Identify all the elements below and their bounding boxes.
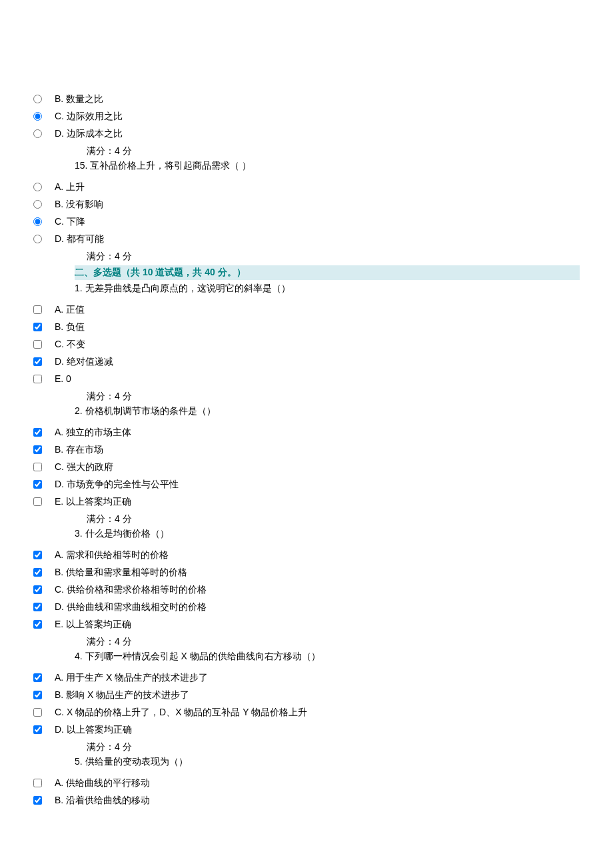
m3-option-a: A. 需求和供给相等时的价格 xyxy=(33,549,580,561)
section2-heading: 二、多选题（共 10 道试题，共 40 分。） xyxy=(75,265,580,280)
m3-option-e: E. 以上答案均正确 xyxy=(33,619,580,631)
m4-checkbox-d[interactable] xyxy=(33,725,42,734)
m1-option-e-label: E. 0 xyxy=(55,373,71,384)
m3-checkbox-b[interactable] xyxy=(33,568,42,577)
m1-checkbox-b[interactable] xyxy=(33,323,42,331)
m4-checkbox-b[interactable] xyxy=(33,691,42,699)
m3-checkbox-a[interactable] xyxy=(33,551,42,559)
m1-option-a: A. 正值 xyxy=(33,304,580,316)
m2-checkbox-b[interactable] xyxy=(33,445,42,454)
m4-option-a: A. 用于生产 X 物品生产的技术进步了 xyxy=(33,672,580,684)
m3-option-c-label: C. 供给价格和需求价格相等时的价格 xyxy=(55,584,207,595)
m2-checkbox-c[interactable] xyxy=(33,463,42,471)
q14-score: 满分：4 分 xyxy=(55,145,580,157)
m1-score: 满分：4 分 xyxy=(55,391,580,403)
m1-option-b-label: B. 负值 xyxy=(55,321,85,332)
m2-option-d: D. 市场竞争的完全性与公平性 xyxy=(33,479,580,491)
m4-option-d: D. 以上答案均正确 xyxy=(33,724,580,736)
q15-option-d: D. 都有可能 xyxy=(33,233,580,245)
m1-option-d: D. 绝对值递减 xyxy=(33,356,580,368)
m2-option-a: A. 独立的市场主体 xyxy=(33,427,580,439)
q14-score-row: 满分：4 分 15. 互补品价格上升，将引起商品需求（ ） xyxy=(33,145,580,176)
q14-option-b-label: B. 数量之比 xyxy=(55,93,103,104)
q14-radio-b[interactable] xyxy=(33,95,42,103)
m2-option-e: E. 以上答案均正确 xyxy=(33,496,580,508)
q14-option-b: B. 数量之比 xyxy=(33,93,580,105)
m2-option-c: C. 强大的政府 xyxy=(33,461,580,473)
q15-option-b-label: B. 没有影响 xyxy=(55,199,103,209)
m4-option-c: C. X 物品的价格上升了，D、X 物品的互补品 Y 物品价格上升 xyxy=(33,707,580,719)
m1-option-d-label: D. 绝对值递减 xyxy=(55,356,113,367)
m5-checkbox-a[interactable] xyxy=(33,779,42,787)
m3-checkbox-e[interactable] xyxy=(33,620,42,629)
m2-option-a-label: A. 独立的市场主体 xyxy=(55,427,131,437)
m3-option-b: B. 供给量和需求量相等时的价格 xyxy=(33,567,580,579)
m3-checkbox-c[interactable] xyxy=(33,585,42,594)
m3-option-b-label: B. 供给量和需求量相等时的价格 xyxy=(55,567,187,577)
m4-text: 4. 下列哪一种情况会引起 X 物品的供给曲线向右方移动（） xyxy=(55,651,580,663)
m4-checkbox-a[interactable] xyxy=(33,673,42,682)
m2-option-e-label: E. 以上答案均正确 xyxy=(55,496,131,507)
m1-text: 1. 无差异曲线是凸向原点的，这说明它的斜率是（） xyxy=(55,283,580,295)
m4-option-b-label: B. 影响 X 物品生产的技术进步了 xyxy=(55,689,189,700)
m4-checkbox-c[interactable] xyxy=(33,708,42,717)
q15-radio-a[interactable] xyxy=(33,183,42,191)
m4-option-a-label: A. 用于生产 X 物品生产的技术进步了 xyxy=(55,672,208,683)
m3-checkbox-d[interactable] xyxy=(33,603,42,611)
m3-option-c: C. 供给价格和需求价格相等时的价格 xyxy=(33,584,580,596)
m1-score-row: 满分：4 分 2. 价格机制调节市场的条件是（） xyxy=(33,391,580,421)
m1-option-a-label: A. 正值 xyxy=(55,304,85,315)
m4-option-d-label: D. 以上答案均正确 xyxy=(55,724,132,735)
q15-text: 15. 互补品价格上升，将引起商品需求（ ） xyxy=(55,160,580,172)
m3-option-d: D. 供给曲线和需求曲线相交时的价格 xyxy=(33,601,580,613)
q14-radio-c[interactable] xyxy=(33,112,42,121)
m2-option-b-label: B. 存在市场 xyxy=(55,444,103,455)
m5-option-b: B. 沿着供给曲线的移动 xyxy=(33,795,580,807)
m1-option-c-label: C. 不变 xyxy=(55,339,85,349)
m4-score: 满分：4 分 xyxy=(55,741,580,753)
m5-option-a: A. 供给曲线的平行移动 xyxy=(33,777,580,789)
q15-option-d-label: D. 都有可能 xyxy=(55,233,104,244)
q14-option-c-label: C. 边际效用之比 xyxy=(55,111,123,121)
q15-option-b: B. 没有影响 xyxy=(33,199,580,211)
m1-option-c: C. 不变 xyxy=(33,339,580,351)
m1-checkbox-a[interactable] xyxy=(33,305,42,314)
m5-option-a-label: A. 供给曲线的平行移动 xyxy=(55,777,150,788)
m5-checkbox-b[interactable] xyxy=(33,796,42,805)
q15-radio-b[interactable] xyxy=(33,200,42,209)
q14-option-d-label: D. 边际成本之比 xyxy=(55,128,123,139)
q15-option-a: A. 上升 xyxy=(33,181,580,193)
m2-checkbox-d[interactable] xyxy=(33,480,42,489)
q14-option-d: D. 边际成本之比 xyxy=(33,128,580,140)
m3-text: 3. 什么是均衡价格（） xyxy=(55,528,580,540)
q15-option-c-label: C. 下降 xyxy=(55,216,85,227)
m3-option-d-label: D. 供给曲线和需求曲线相交时的价格 xyxy=(55,601,207,612)
m4-score-row: 满分：4 分 5. 供给量的变动表现为（） xyxy=(33,741,580,772)
m1-checkbox-e[interactable] xyxy=(33,375,42,383)
m4-option-c-label: C. X 物品的价格上升了，D、X 物品的互补品 Y 物品价格上升 xyxy=(55,707,307,717)
m2-checkbox-e[interactable] xyxy=(33,497,42,506)
q15-option-a-label: A. 上升 xyxy=(55,181,85,192)
q15-score-row: 满分：4 分 二、多选题（共 10 道试题，共 40 分。） 1. 无差异曲线是… xyxy=(33,251,580,299)
m5-text: 5. 供给量的变动表现为（） xyxy=(55,756,580,768)
m2-option-d-label: D. 市场竞争的完全性与公平性 xyxy=(55,479,179,489)
m1-checkbox-c[interactable] xyxy=(33,340,42,349)
m2-text: 2. 价格机制调节市场的条件是（） xyxy=(55,405,580,417)
m3-option-e-label: E. 以上答案均正确 xyxy=(55,619,131,629)
m1-checkbox-d[interactable] xyxy=(33,357,42,366)
q15-option-c: C. 下降 xyxy=(33,216,580,228)
q15-radio-d[interactable] xyxy=(33,235,42,243)
m3-score-row: 满分：4 分 4. 下列哪一种情况会引起 X 物品的供给曲线向右方移动（） xyxy=(33,636,580,667)
m3-score: 满分：4 分 xyxy=(55,636,580,648)
q15-score: 满分：4 分 xyxy=(55,251,580,263)
m2-option-c-label: C. 强大的政府 xyxy=(55,461,113,472)
q15-radio-c[interactable] xyxy=(33,217,42,226)
m5-option-b-label: B. 沿着供给曲线的移动 xyxy=(55,795,150,805)
m1-option-e: E. 0 xyxy=(33,373,580,385)
m4-option-b: B. 影响 X 物品生产的技术进步了 xyxy=(33,689,580,701)
q14-radio-d[interactable] xyxy=(33,129,42,138)
m1-option-b: B. 负值 xyxy=(33,321,580,333)
m2-checkbox-a[interactable] xyxy=(33,428,42,437)
m2-option-b: B. 存在市场 xyxy=(33,444,580,456)
m3-option-a-label: A. 需求和供给相等时的价格 xyxy=(55,549,169,560)
